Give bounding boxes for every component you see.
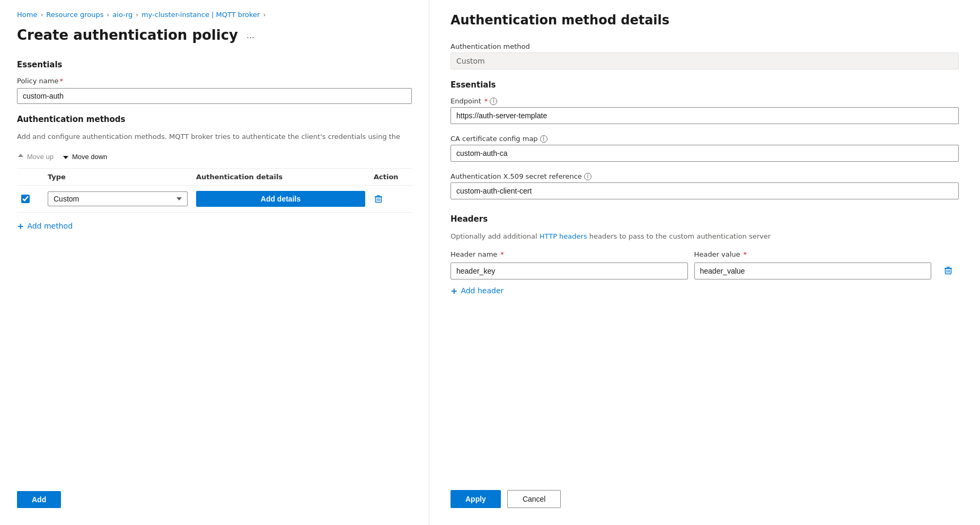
trash-icon [374,194,383,204]
x509-label: Authentication X.509 secret reference i [451,172,959,180]
breadcrumb: Home › Resource groups › aio-rg › my-clu… [17,11,412,19]
cell-action [369,194,412,204]
header-name-required: * [500,250,504,258]
required-star: * [59,77,63,85]
move-controls: Move up Move down [17,151,412,163]
x509-info-icon[interactable]: i [584,173,591,180]
move-down-button[interactable]: Move down [62,151,107,163]
panel-title: Authentication method details [451,13,959,28]
headers-section: Headers Optionally add additional HTTP h… [451,214,959,296]
arrow-up-icon [17,153,24,160]
right-bottom-actions: Apply Cancel [451,469,959,508]
ca-cert-info-icon[interactable]: i [540,135,548,143]
apply-button[interactable]: Apply [451,490,501,508]
cell-checkbox [17,195,43,203]
page-title: Create authentication policy [17,27,238,43]
table-row: Custom X.509 SAT Add details [17,186,412,213]
breadcrumb-sep-2: › [107,11,109,19]
essentials-label: Essentials [17,60,412,69]
essentials-section: Essentials Policy name* [17,60,412,115]
header-value-input[interactable] [694,262,932,279]
right-essentials-title: Essentials [451,80,959,90]
breadcrumb-sep-3: › [136,11,138,19]
headers-desc: Optionally add additional HTTP headers h… [451,231,959,242]
svg-rect-7 [947,267,950,268]
col-action: Action [369,173,412,181]
page-title-row: Create authentication policy ... [17,27,412,43]
header-value-required: * [743,250,747,258]
svg-rect-1 [377,195,380,196]
breadcrumb-home[interactable]: Home [17,11,37,19]
auth-method-value: Custom [451,52,959,69]
header-value-label: Header value * [694,250,932,258]
ca-cert-field: CA certificate config map i [451,135,959,162]
move-up-button[interactable]: Move up [17,151,54,163]
left-panel: Home › Resource groups › aio-rg › my-clu… [0,0,429,525]
cell-type: Custom X.509 SAT [43,191,192,206]
add-header-label: Add header [461,286,504,295]
http-headers-highlight: HTTP headers [540,232,587,240]
breadcrumb-sep-4: › [263,11,266,19]
plus-icon: + [17,221,24,231]
delete-header-button[interactable] [938,264,959,279]
add-method-label: Add method [27,222,73,230]
breadcrumb-resource-groups[interactable]: Resource groups [46,11,103,19]
add-header-plus-icon: + [451,286,457,296]
headers-title: Headers [451,214,959,224]
row-checkbox[interactable] [21,195,30,203]
policy-name-input[interactable] [17,88,412,104]
x509-input[interactable] [451,182,959,199]
policy-name-group: Policy name* [17,77,412,104]
add-method-row[interactable]: + Add method [17,221,412,231]
auth-methods-table: Type Authentication details Action Custo… [17,168,412,213]
type-select[interactable]: Custom X.509 SAT [48,191,188,206]
endpoint-label: Endpoint * i [451,97,959,105]
breadcrumb-aio-rg[interactable]: aio-rg [112,11,133,19]
col-type: Type [43,173,192,181]
add-button[interactable]: Add [17,491,61,508]
add-details-button[interactable]: Add details [196,191,365,207]
x509-field: Authentication X.509 secret reference i [451,172,959,199]
breadcrumb-sep-1: › [40,11,43,19]
delete-row-button[interactable] [374,194,383,204]
cell-add-details: Add details [192,191,369,207]
right-panel: Authentication method details Authentica… [429,0,980,525]
col-auth-details: Authentication details [192,173,369,181]
auth-method-field: Authentication method Custom [451,42,959,69]
table-header: Type Authentication details Action [17,169,412,186]
move-up-label: Move up [27,153,54,161]
header-name-input[interactable] [451,262,688,279]
header-name-label: Header name * [451,250,688,258]
auth-methods-title: Authentication methods [17,115,412,124]
header-labels: Header name * Header value * [451,250,959,260]
col-checkbox [17,173,43,181]
cancel-button[interactable]: Cancel [507,490,561,508]
policy-name-label: Policy name* [17,77,412,85]
bottom-actions: Add [17,491,61,508]
auth-methods-section: Authentication methods Add and configure… [17,115,412,231]
move-down-label: Move down [72,153,107,161]
ellipsis-button[interactable]: ... [243,29,258,42]
endpoint-field: Endpoint * i [451,97,959,124]
endpoint-input[interactable] [451,107,959,124]
endpoint-info-icon[interactable]: i [490,98,497,105]
header-row [451,262,959,279]
ca-cert-input[interactable] [451,145,959,162]
ca-cert-label: CA certificate config map i [451,135,959,143]
arrow-down-icon [62,153,69,160]
breadcrumb-mqtt-broker[interactable]: my-cluster-instance | MQTT broker [142,11,260,19]
add-header-row[interactable]: + Add header [451,286,959,296]
auth-methods-desc: Add and configure authentication methods… [17,132,412,142]
endpoint-required: * [484,97,488,105]
header-trash-icon [943,266,953,275]
auth-method-label: Authentication method [451,42,959,50]
